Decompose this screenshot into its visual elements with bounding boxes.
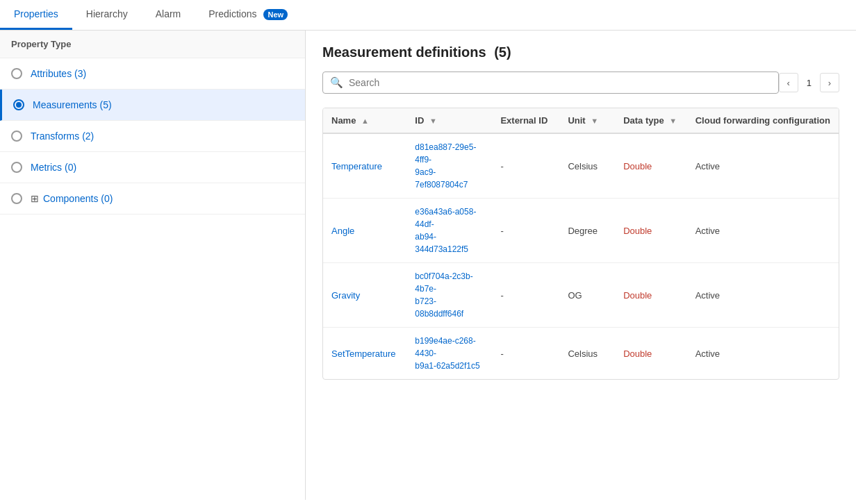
table-header: Name ▲ ID ▼ External ID Unit ▼ <box>323 108 839 133</box>
sidebar-label-attributes: Attributes (3) <box>31 68 86 79</box>
sidebar-item-metrics[interactable]: Metrics (0) <box>0 152 305 183</box>
search-row: 🔍 ‹ 1 › <box>322 72 839 94</box>
cell-data-type-2: Double <box>615 263 687 328</box>
col-header-name[interactable]: Name ▲ <box>323 108 406 133</box>
components-icon: ⊞ <box>31 193 39 204</box>
sidebar-label-metrics: Metrics (0) <box>31 162 76 173</box>
radio-attributes <box>11 68 22 79</box>
radio-components <box>11 193 22 204</box>
cell-external-id-2: - <box>492 263 559 328</box>
cell-cloud-forwarding-2: Active <box>687 263 839 328</box>
cell-cloud-forwarding-3: Active <box>687 328 839 380</box>
pagination: ‹ 1 › <box>779 73 839 92</box>
sidebar-item-measurements[interactable]: Measurements (5) <box>0 90 305 121</box>
cell-data-type-1: Double <box>615 199 687 263</box>
cell-data-type-0: Double <box>615 133 687 199</box>
table-row: Temperature d81ea887-29e5-4ff9-9ac9-7ef8… <box>323 133 839 199</box>
sidebar-item-components[interactable]: ⊞ Components (0) <box>0 183 305 215</box>
predictions-badge: New <box>263 9 288 20</box>
col-header-cloud-forwarding: Cloud forwarding configuration <box>687 108 839 133</box>
sidebar-label-measurements: Measurements (5) <box>33 99 112 110</box>
cell-id-1: e36a43a6-a058-44df-ab94-344d73a122f5 <box>406 199 492 263</box>
cell-id-3: b199e4ae-c268-4430-b9a1-62a5d2f1c5 <box>406 328 492 380</box>
col-header-unit[interactable]: Unit ▼ <box>559 108 615 133</box>
pagination-current: 1 <box>801 78 817 88</box>
sidebar-item-attributes[interactable]: Attributes (3) <box>0 58 305 90</box>
sidebar-label-transforms: Transforms (2) <box>31 131 94 142</box>
search-box-container: 🔍 <box>322 72 779 94</box>
pagination-next-button[interactable]: › <box>820 73 839 92</box>
sidebar-header: Property Type <box>0 31 305 58</box>
cell-id-2: bc0f704a-2c3b-4b7e-b723-08b8ddff646f <box>406 263 492 328</box>
cell-id-0: d81ea887-29e5-4ff9-9ac9-7ef8087804c7 <box>406 133 492 199</box>
cell-cloud-forwarding-0: Active <box>687 133 839 199</box>
col-header-external-id: External ID <box>492 108 559 133</box>
cell-external-id-3: - <box>492 328 559 380</box>
col-header-id[interactable]: ID ▼ <box>406 108 492 133</box>
content-area: Measurement definitions (5) 🔍 ‹ 1 › Na <box>306 31 856 500</box>
sort-icon-data-type: ▼ <box>669 117 677 125</box>
cell-cloud-forwarding-1: Active <box>687 199 839 263</box>
tabs-bar: Properties Hierarchy Alarm Predictions N… <box>0 0 856 31</box>
radio-measurements <box>13 99 24 110</box>
pagination-prev-button[interactable]: ‹ <box>779 73 798 92</box>
cell-unit-3: Celsius <box>559 328 615 380</box>
cell-name-3[interactable]: SetTemperature <box>323 328 406 380</box>
cell-data-type-3: Double <box>615 328 687 380</box>
sort-icon-id: ▼ <box>429 117 437 125</box>
col-header-data-type[interactable]: Data type ▼ <box>615 108 687 133</box>
table-row: SetTemperature b199e4ae-c268-4430-b9a1-6… <box>323 328 839 380</box>
main-layout: Property Type Attributes (3) Measurement… <box>0 31 856 500</box>
cell-name-1[interactable]: Angle <box>323 199 406 263</box>
radio-metrics <box>11 162 22 173</box>
content-title: Measurement definitions (5) <box>322 44 839 60</box>
measurements-table: Name ▲ ID ▼ External ID Unit ▼ <box>323 108 839 379</box>
sidebar: Property Type Attributes (3) Measurement… <box>0 31 306 500</box>
tab-properties[interactable]: Properties <box>0 0 72 30</box>
cell-external-id-1: - <box>492 199 559 263</box>
sort-icon-unit: ▼ <box>591 117 598 125</box>
radio-transforms <box>11 131 22 142</box>
search-input[interactable] <box>349 77 771 88</box>
tab-alarm[interactable]: Alarm <box>142 0 195 30</box>
sidebar-item-transforms[interactable]: Transforms (2) <box>0 121 305 152</box>
cell-name-0[interactable]: Temperature <box>323 133 406 199</box>
measurements-table-container: Name ▲ ID ▼ External ID Unit ▼ <box>322 108 839 380</box>
cell-unit-1: Degree <box>559 199 615 263</box>
table-row: Gravity bc0f704a-2c3b-4b7e-b723-08b8ddff… <box>323 263 839 328</box>
tab-predictions[interactable]: Predictions New <box>195 0 302 30</box>
sidebar-label-components: Components (0) <box>43 193 113 204</box>
tab-hierarchy[interactable]: Hierarchy <box>72 0 142 30</box>
search-icon: 🔍 <box>330 76 343 89</box>
sort-icon-name: ▲ <box>361 117 369 125</box>
content-count: (5) <box>494 44 511 60</box>
table-row: Angle e36a43a6-a058-44df-ab94-344d73a122… <box>323 199 839 263</box>
table-body: Temperature d81ea887-29e5-4ff9-9ac9-7ef8… <box>323 133 839 379</box>
cell-unit-0: Celsius <box>559 133 615 199</box>
cell-external-id-0: - <box>492 133 559 199</box>
cell-unit-2: OG <box>559 263 615 328</box>
content-title-text: Measurement definitions <box>322 44 486 60</box>
cell-name-2[interactable]: Gravity <box>323 263 406 328</box>
